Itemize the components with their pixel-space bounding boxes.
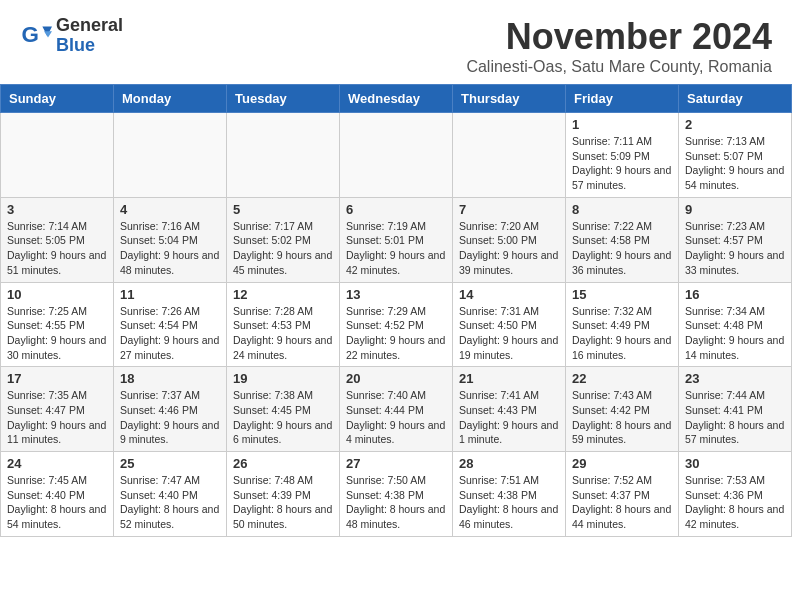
day-info: Sunrise: 7:34 AM Sunset: 4:48 PM Dayligh… [685,304,785,363]
day-number: 1 [572,117,672,132]
day-number: 6 [346,202,446,217]
calendar-header: SundayMondayTuesdayWednesdayThursdayFrid… [1,85,792,113]
calendar-week-row: 24Sunrise: 7:45 AM Sunset: 4:40 PM Dayli… [1,452,792,537]
calendar-day-19: 19Sunrise: 7:38 AM Sunset: 4:45 PM Dayli… [227,367,340,452]
day-info: Sunrise: 7:48 AM Sunset: 4:39 PM Dayligh… [233,473,333,532]
calendar-day-1: 1Sunrise: 7:11 AM Sunset: 5:09 PM Daylig… [566,113,679,198]
calendar-day-2: 2Sunrise: 7:13 AM Sunset: 5:07 PM Daylig… [679,113,792,198]
day-number: 23 [685,371,785,386]
calendar-day-empty [340,113,453,198]
day-number: 20 [346,371,446,386]
day-number: 18 [120,371,220,386]
day-info: Sunrise: 7:14 AM Sunset: 5:05 PM Dayligh… [7,219,107,278]
day-number: 13 [346,287,446,302]
day-info: Sunrise: 7:53 AM Sunset: 4:36 PM Dayligh… [685,473,785,532]
calendar-day-14: 14Sunrise: 7:31 AM Sunset: 4:50 PM Dayli… [453,282,566,367]
calendar-day-3: 3Sunrise: 7:14 AM Sunset: 5:05 PM Daylig… [1,197,114,282]
day-number: 14 [459,287,559,302]
calendar-day-4: 4Sunrise: 7:16 AM Sunset: 5:04 PM Daylig… [114,197,227,282]
day-info: Sunrise: 7:23 AM Sunset: 4:57 PM Dayligh… [685,219,785,278]
calendar-day-empty [1,113,114,198]
month-title: November 2024 [466,16,772,58]
calendar-day-16: 16Sunrise: 7:34 AM Sunset: 4:48 PM Dayli… [679,282,792,367]
day-info: Sunrise: 7:32 AM Sunset: 4:49 PM Dayligh… [572,304,672,363]
day-number: 7 [459,202,559,217]
day-info: Sunrise: 7:20 AM Sunset: 5:00 PM Dayligh… [459,219,559,278]
calendar-week-row: 10Sunrise: 7:25 AM Sunset: 4:55 PM Dayli… [1,282,792,367]
day-info: Sunrise: 7:50 AM Sunset: 4:38 PM Dayligh… [346,473,446,532]
calendar-day-28: 28Sunrise: 7:51 AM Sunset: 4:38 PM Dayli… [453,452,566,537]
logo-general: General [56,16,123,36]
day-info: Sunrise: 7:38 AM Sunset: 4:45 PM Dayligh… [233,388,333,447]
calendar-day-10: 10Sunrise: 7:25 AM Sunset: 4:55 PM Dayli… [1,282,114,367]
weekday-header-friday: Friday [566,85,679,113]
day-number: 4 [120,202,220,217]
day-number: 24 [7,456,107,471]
day-info: Sunrise: 7:40 AM Sunset: 4:44 PM Dayligh… [346,388,446,447]
day-info: Sunrise: 7:17 AM Sunset: 5:02 PM Dayligh… [233,219,333,278]
weekday-header-row: SundayMondayTuesdayWednesdayThursdayFrid… [1,85,792,113]
day-info: Sunrise: 7:37 AM Sunset: 4:46 PM Dayligh… [120,388,220,447]
day-info: Sunrise: 7:16 AM Sunset: 5:04 PM Dayligh… [120,219,220,278]
calendar-day-17: 17Sunrise: 7:35 AM Sunset: 4:47 PM Dayli… [1,367,114,452]
day-number: 21 [459,371,559,386]
day-info: Sunrise: 7:13 AM Sunset: 5:07 PM Dayligh… [685,134,785,193]
calendar-week-row: 3Sunrise: 7:14 AM Sunset: 5:05 PM Daylig… [1,197,792,282]
weekday-header-wednesday: Wednesday [340,85,453,113]
day-info: Sunrise: 7:44 AM Sunset: 4:41 PM Dayligh… [685,388,785,447]
day-number: 10 [7,287,107,302]
day-number: 19 [233,371,333,386]
day-info: Sunrise: 7:29 AM Sunset: 4:52 PM Dayligh… [346,304,446,363]
svg-marker-2 [44,31,52,37]
calendar-day-empty [453,113,566,198]
day-info: Sunrise: 7:22 AM Sunset: 4:58 PM Dayligh… [572,219,672,278]
calendar-day-empty [227,113,340,198]
logo-icon: G [20,20,52,52]
day-number: 17 [7,371,107,386]
calendar-day-24: 24Sunrise: 7:45 AM Sunset: 4:40 PM Dayli… [1,452,114,537]
calendar-table: SundayMondayTuesdayWednesdayThursdayFrid… [0,84,792,537]
weekday-header-tuesday: Tuesday [227,85,340,113]
day-info: Sunrise: 7:41 AM Sunset: 4:43 PM Dayligh… [459,388,559,447]
location: Calinesti-Oas, Satu Mare County, Romania [466,58,772,76]
calendar-day-empty [114,113,227,198]
day-number: 27 [346,456,446,471]
calendar-day-26: 26Sunrise: 7:48 AM Sunset: 4:39 PM Dayli… [227,452,340,537]
day-info: Sunrise: 7:31 AM Sunset: 4:50 PM Dayligh… [459,304,559,363]
day-number: 29 [572,456,672,471]
calendar-day-5: 5Sunrise: 7:17 AM Sunset: 5:02 PM Daylig… [227,197,340,282]
day-number: 2 [685,117,785,132]
calendar-day-13: 13Sunrise: 7:29 AM Sunset: 4:52 PM Dayli… [340,282,453,367]
day-info: Sunrise: 7:11 AM Sunset: 5:09 PM Dayligh… [572,134,672,193]
day-info: Sunrise: 7:51 AM Sunset: 4:38 PM Dayligh… [459,473,559,532]
calendar-day-20: 20Sunrise: 7:40 AM Sunset: 4:44 PM Dayli… [340,367,453,452]
day-number: 12 [233,287,333,302]
day-number: 15 [572,287,672,302]
calendar-day-12: 12Sunrise: 7:28 AM Sunset: 4:53 PM Dayli… [227,282,340,367]
calendar-day-29: 29Sunrise: 7:52 AM Sunset: 4:37 PM Dayli… [566,452,679,537]
weekday-header-thursday: Thursday [453,85,566,113]
logo: G General Blue [20,16,123,56]
day-number: 30 [685,456,785,471]
day-number: 16 [685,287,785,302]
day-number: 11 [120,287,220,302]
day-number: 8 [572,202,672,217]
calendar-day-25: 25Sunrise: 7:47 AM Sunset: 4:40 PM Dayli… [114,452,227,537]
calendar-day-23: 23Sunrise: 7:44 AM Sunset: 4:41 PM Dayli… [679,367,792,452]
day-info: Sunrise: 7:25 AM Sunset: 4:55 PM Dayligh… [7,304,107,363]
day-info: Sunrise: 7:19 AM Sunset: 5:01 PM Dayligh… [346,219,446,278]
logo-text: General Blue [56,16,123,56]
weekday-header-sunday: Sunday [1,85,114,113]
day-info: Sunrise: 7:28 AM Sunset: 4:53 PM Dayligh… [233,304,333,363]
day-info: Sunrise: 7:52 AM Sunset: 4:37 PM Dayligh… [572,473,672,532]
day-number: 3 [7,202,107,217]
weekday-header-monday: Monday [114,85,227,113]
day-info: Sunrise: 7:43 AM Sunset: 4:42 PM Dayligh… [572,388,672,447]
calendar-day-11: 11Sunrise: 7:26 AM Sunset: 4:54 PM Dayli… [114,282,227,367]
calendar-week-row: 17Sunrise: 7:35 AM Sunset: 4:47 PM Dayli… [1,367,792,452]
day-number: 26 [233,456,333,471]
calendar-day-21: 21Sunrise: 7:41 AM Sunset: 4:43 PM Dayli… [453,367,566,452]
calendar-day-18: 18Sunrise: 7:37 AM Sunset: 4:46 PM Dayli… [114,367,227,452]
day-number: 5 [233,202,333,217]
calendar-day-9: 9Sunrise: 7:23 AM Sunset: 4:57 PM Daylig… [679,197,792,282]
